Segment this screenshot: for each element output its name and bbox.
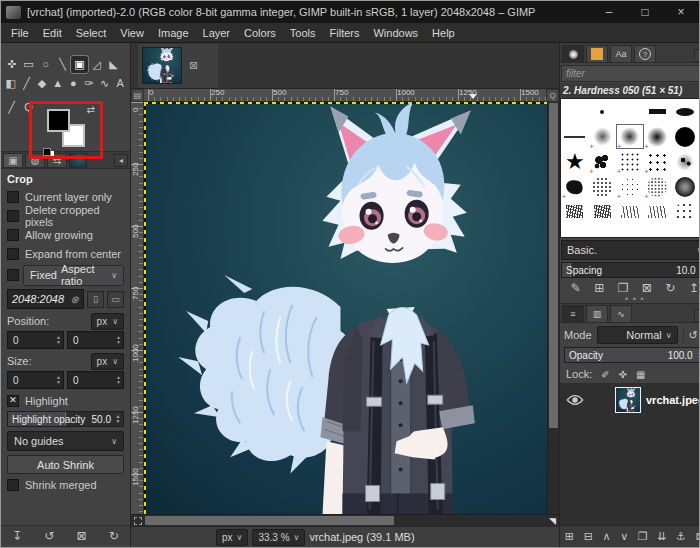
- brush-texture2[interactable]: [616, 174, 644, 199]
- horizontal-scrollbar-thumb[interactable]: [145, 516, 394, 525]
- tab-help[interactable]: ?: [634, 45, 656, 62]
- size-width-field[interactable]: 0▲▼: [7, 371, 64, 389]
- brush-blob[interactable]: [561, 174, 589, 199]
- delete-brush-icon[interactable]: ⊠: [642, 282, 652, 294]
- ink-tool-icon[interactable]: ╱: [3, 99, 20, 116]
- menu-windows[interactable]: Windows: [366, 25, 425, 41]
- brush-blank[interactable]: [616, 99, 644, 124]
- maximize-button[interactable]: □: [627, 1, 663, 23]
- crop-option-3[interactable]: Expand from center: [1, 244, 130, 263]
- brush-ellipse[interactable]: [671, 99, 699, 124]
- merge-down-icon[interactable]: ⇊: [657, 531, 666, 542]
- brush-dot[interactable]: [589, 99, 617, 124]
- highlight-row[interactable]: ✕ Highlight: [1, 391, 130, 410]
- horizontal-scrollbar[interactable]: [144, 515, 546, 526]
- tab-tool-options[interactable]: ▣: [3, 153, 23, 168]
- menu-tools[interactable]: Tools: [283, 25, 323, 41]
- raise-layer-icon[interactable]: ∧: [602, 531, 610, 542]
- tab-layers[interactable]: ≡: [562, 305, 584, 322]
- checkbox[interactable]: [7, 248, 19, 260]
- brush-star[interactable]: [561, 149, 589, 174]
- portrait-orientation-icon[interactable]: ▯: [87, 291, 104, 308]
- reset-tool-options-icon[interactable]: ↻: [109, 530, 119, 542]
- aspect-ratio-input[interactable]: 2048:2048 ⊗: [7, 289, 84, 309]
- refresh-brushes-icon[interactable]: ↻: [665, 282, 675, 294]
- brush-texture4[interactable]: [671, 199, 699, 224]
- measure-tool-icon[interactable]: ╲: [54, 56, 71, 73]
- anchor-layer-icon[interactable]: ⚓: [676, 531, 686, 542]
- close-button[interactable]: ×: [663, 1, 699, 23]
- navigation-preview-icon[interactable]: ◥: [546, 515, 559, 526]
- text-tool-icon[interactable]: A: [112, 75, 128, 92]
- brush-soft-selected[interactable]: [616, 124, 644, 149]
- lock-pixels-icon[interactable]: ✐: [601, 369, 609, 380]
- crop-tool-icon[interactable]: ▣: [71, 56, 88, 73]
- delete-layer-icon[interactable]: ⊠: [696, 531, 700, 542]
- new-brush-icon[interactable]: ⊞: [594, 282, 604, 294]
- foreground-color-swatch[interactable]: [47, 109, 70, 132]
- dock-menu-arrow-icon[interactable]: ◂: [114, 154, 128, 167]
- tab-image-thumbnail[interactable]: [69, 153, 87, 168]
- restore-tool-preset-icon[interactable]: ↺: [44, 530, 54, 542]
- vertical-scrollbar-thumb[interactable]: [549, 103, 558, 428]
- move-tool-icon[interactable]: ✜: [3, 56, 20, 73]
- duplicate-layer-icon[interactable]: ❐: [638, 531, 648, 542]
- brush-texture3[interactable]: [644, 174, 672, 199]
- save-tool-preset-icon[interactable]: ↧: [12, 530, 22, 542]
- highlight-opacity-slider[interactable]: Highlight opacity 50.0 ▲▼: [7, 411, 124, 427]
- guides-dropdown[interactable]: No guides ∨: [7, 431, 124, 451]
- menu-colors[interactable]: Colors: [237, 25, 283, 41]
- spacing-slider[interactable]: Spacing 10.0 ▲▼: [561, 262, 700, 278]
- brush-bar[interactable]: [644, 99, 672, 124]
- image-tab[interactable]: ⊠: [138, 44, 218, 88]
- tab-channels[interactable]: ▥: [586, 305, 608, 322]
- tab-patterns[interactable]: [586, 45, 608, 62]
- menu-select[interactable]: Select: [69, 25, 114, 41]
- swap-colors-icon[interactable]: ⇄: [87, 105, 95, 115]
- position-y-field[interactable]: 0▲▼: [67, 331, 124, 349]
- mode-switch-button[interactable]: ↺∨: [683, 329, 700, 342]
- spinner-arrows-icon[interactable]: ▲▼: [114, 412, 122, 426]
- layer-mode-dropdown[interactable]: Normal ∨: [597, 326, 678, 344]
- tab-paths[interactable]: ∿: [610, 305, 632, 322]
- brush-blank[interactable]: [561, 99, 589, 124]
- open-brush-as-image-icon[interactable]: ↥: [689, 282, 699, 294]
- position-x-field[interactable]: 0▲▼: [7, 331, 64, 349]
- brush-circle[interactable]: [671, 124, 699, 149]
- menu-filters[interactable]: Filters: [323, 25, 367, 41]
- spinner-arrows-icon[interactable]: ▲▼: [56, 375, 63, 386]
- ruler-origin-icon[interactable]: ▤: [131, 89, 144, 102]
- canvas-viewport[interactable]: [144, 102, 547, 514]
- edit-brush-icon[interactable]: ✎: [571, 282, 581, 294]
- lock-position-icon[interactable]: ✜: [619, 369, 627, 380]
- tab-fonts[interactable]: Aa: [610, 45, 632, 62]
- brush-splat4[interactable]: [671, 149, 699, 174]
- layer-opacity-slider[interactable]: Opacity 100.0 ▲▼: [564, 347, 700, 363]
- spinner-arrows-icon[interactable]: ▲▼: [696, 348, 700, 362]
- size-height-field[interactable]: 0▲▼: [67, 371, 124, 389]
- horizontal-ruler[interactable]: 0250500750100012501500: [144, 89, 546, 102]
- zoom-tool-icon[interactable]: Q: [20, 99, 37, 116]
- smudge-tool-icon[interactable]: ✑: [81, 75, 97, 92]
- brush-chalk2[interactable]: [589, 199, 617, 224]
- fixed-checkbox[interactable]: [7, 269, 19, 281]
- new-layer-icon[interactable]: ⊞: [565, 531, 574, 542]
- lock-alpha-icon[interactable]: ▦: [636, 369, 645, 380]
- layer-name[interactable]: vrchat.jpeg: [646, 394, 700, 406]
- paintbrush-tool-icon[interactable]: ╱: [19, 75, 35, 92]
- spinner-arrows-icon[interactable]: ▲▼: [116, 335, 123, 346]
- brush-line[interactable]: [561, 124, 589, 149]
- minimize-button[interactable]: –: [591, 1, 627, 23]
- landscape-orientation-icon[interactable]: ▭: [107, 291, 124, 308]
- shrink-merged-row[interactable]: Shrink merged: [1, 475, 130, 494]
- brush-texture[interactable]: [589, 174, 617, 199]
- delete-tool-preset-icon[interactable]: ⊠: [77, 530, 87, 542]
- highlight-checkbox[interactable]: ✕: [7, 395, 19, 407]
- new-layer-group-icon[interactable]: ⊟: [584, 531, 593, 542]
- paths-tool-icon[interactable]: ∿: [97, 75, 113, 92]
- brush-splat[interactable]: [589, 149, 617, 174]
- brush-filter-input[interactable]: filter ∨: [561, 65, 700, 82]
- menu-view[interactable]: View: [113, 25, 151, 41]
- menu-file[interactable]: File: [4, 25, 36, 41]
- spinner-arrows-icon[interactable]: ▲▼: [116, 375, 123, 386]
